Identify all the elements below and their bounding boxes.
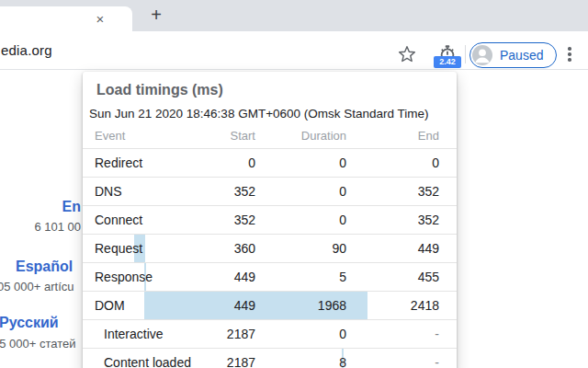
lang-link-russian[interactable]: Русский [0,315,59,331]
tab-close-icon[interactable]: × [92,11,108,28]
table-row: Connect3520352 [83,206,457,235]
lang-count-russian: 35 000+ статей [0,337,76,351]
end-cell: 0 [346,155,439,170]
duration-cell: 5 [255,270,346,284]
browser-toolbar: edia.org 2.42 [0,31,588,70]
end-cell: 455 [346,270,439,284]
load-timings-popup: Load timings (ms) Sun Jun 21 2020 18:46:… [83,72,457,368]
duration-cell: 1968 [255,298,346,313]
sync-paused-label: Paused [500,48,543,63]
extension-badge: 2.42 [434,56,461,68]
lang-count-espanol: 05 000+ artícu [0,280,74,293]
event-cell: Request [95,241,198,256]
end-cell: 449 [346,241,439,256]
sync-paused-button[interactable]: Paused [469,42,557,68]
end-cell: 352 [346,184,439,199]
event-cell: DOM [95,298,198,313]
column-header-duration: Duration [255,129,346,143]
start-cell: 2187 [198,327,255,341]
tab-bar: × + [0,0,588,31]
timings-table-body: Redirect000DNS3520352Connect3520352Reque… [83,149,457,368]
duration-cell: 0 [255,155,346,170]
start-cell: 352 [198,213,255,227]
table-row: DNS3520352 [83,178,457,206]
table-row: Content loaded21878- [83,349,457,368]
timings-table-header: Event Start Duration End [83,129,457,149]
duration-cell: 0 [255,213,346,227]
popup-title: Load timings (ms) [96,82,443,98]
start-cell: 352 [198,184,255,199]
event-cell: Redirect [95,155,198,170]
new-tab-button[interactable]: + [143,5,169,27]
start-cell: 2187 [198,355,255,368]
toolbar-divider [465,45,466,63]
event-cell: Connect [95,213,198,227]
browser-window: × + edia.org 2.42 [0,0,588,368]
end-cell: - [346,327,439,341]
start-cell: 360 [198,241,255,256]
lang-count-english: 6 101 00 [34,220,81,234]
lang-link-espanol[interactable]: Español [16,259,73,275]
table-row: Interactive21870- [83,320,457,349]
end-cell: 352 [346,213,439,227]
end-cell: 2418 [346,298,439,313]
table-row: Redirect000 [83,149,457,178]
duration-cell: 0 [255,184,346,199]
browser-menu-icon[interactable] [562,44,577,64]
profile-avatar-icon [472,45,492,65]
duration-cell: 8 [255,355,346,368]
column-header-start: Start [198,129,255,143]
column-header-event: Event [95,129,198,143]
start-cell: 449 [198,270,255,284]
event-cell: Interactive [95,327,198,341]
duration-cell: 90 [255,241,346,256]
event-cell: Content loaded [95,355,198,368]
bookmark-star-icon[interactable] [398,45,416,63]
column-header-end: End [346,129,439,143]
start-cell: 449 [198,298,255,313]
event-cell: DNS [95,184,198,199]
table-row: Response4495455 [83,263,457,292]
event-cell: Response [95,270,198,284]
duration-cell: 0 [255,327,346,341]
lang-link-english[interactable]: En [62,199,81,215]
address-bar-url[interactable]: edia.org [1,42,52,58]
table-row: Request36090449 [83,235,457,263]
table-row: DOM44919682418 [83,292,457,320]
start-cell: 0 [198,155,255,170]
end-cell: - [346,355,439,368]
browser-tab[interactable]: × [0,6,132,31]
popup-timestamp: Sun Jun 21 2020 18:46:38 GMT+0600 (Omsk … [89,107,450,121]
